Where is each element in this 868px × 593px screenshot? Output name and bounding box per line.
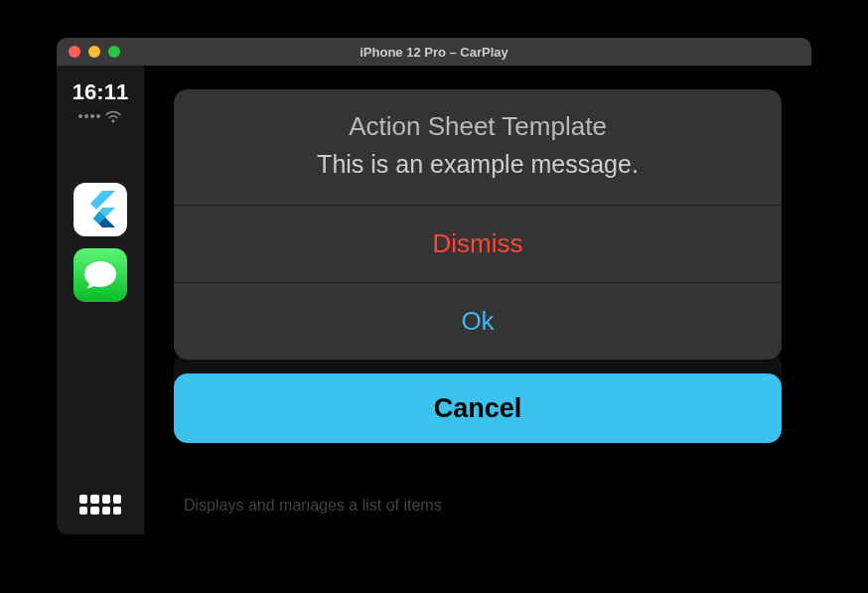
carplay-screen: 16:11 (57, 66, 811, 534)
main-content: Action Sheet Displays and manages a list… (144, 66, 811, 534)
ok-button[interactable]: Ok (174, 282, 782, 360)
messages-bubble-icon (82, 259, 118, 291)
close-button[interactable] (69, 46, 80, 58)
wifi-icon (104, 109, 122, 123)
window-title: iPhone 12 Pro – CarPlay (360, 45, 508, 60)
simulator-window: iPhone 12 Pro – CarPlay 16:11 (57, 38, 811, 534)
action-sheet-message: This is an example message. (198, 150, 758, 179)
cellular-signal-icon (78, 114, 100, 118)
minimize-button[interactable] (88, 46, 100, 58)
app-icons (73, 183, 127, 302)
sidebar: 16:11 (57, 66, 144, 534)
home-button[interactable] (79, 495, 121, 515)
cancel-button[interactable]: Cancel (174, 373, 782, 443)
flutter-logo-icon (85, 191, 115, 228)
fullscreen-button[interactable] (108, 46, 120, 58)
flutter-app-icon[interactable] (73, 183, 127, 236)
dismiss-button[interactable]: Dismiss (174, 205, 782, 282)
titlebar: iPhone 12 Pro – CarPlay (57, 38, 811, 66)
action-sheet: Action Sheet Template This is an example… (174, 89, 782, 360)
modal-overlay: Action Sheet Template This is an example… (144, 66, 811, 534)
messages-app-icon[interactable] (73, 248, 127, 302)
action-sheet-title: Action Sheet Template (198, 111, 758, 142)
traffic-lights (57, 46, 120, 58)
status-time: 16:11 (72, 79, 128, 105)
status-icons (78, 109, 122, 123)
action-sheet-header: Action Sheet Template This is an example… (174, 89, 782, 205)
